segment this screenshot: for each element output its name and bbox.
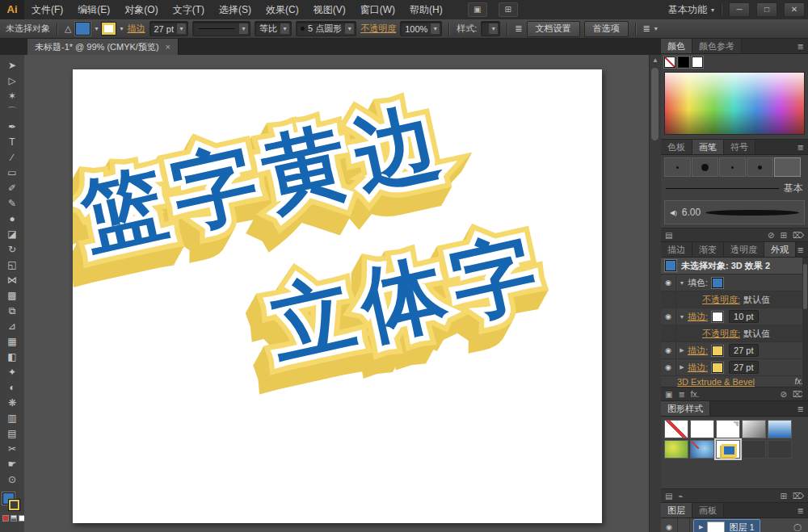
menu-item[interactable]: 文字(T) xyxy=(166,0,212,19)
layer-selection[interactable]: ▶ 图层 1 xyxy=(693,519,760,532)
perspective-grid-tool[interactable]: ⊿ xyxy=(1,319,23,334)
visibility-eye-icon[interactable]: ◉ xyxy=(661,274,676,291)
expand-closed-icon[interactable]: ▶ xyxy=(699,524,703,530)
zoom-tool[interactable]: ⊙ xyxy=(1,472,23,488)
clear-appearance-icon[interactable]: ⊘ xyxy=(780,390,786,399)
graphic-style-blue-art[interactable] xyxy=(690,440,714,459)
expand-open-icon[interactable]: ▼ xyxy=(676,280,688,286)
visibility-eye-slot[interactable]: . xyxy=(661,325,676,341)
stroke-weight-value[interactable]: 27 pt xyxy=(729,344,758,357)
style-libraries-icon[interactable]: ▤ xyxy=(665,492,672,501)
document-tab[interactable]: 未标题-1* @ 99% (CMYK/预览) × xyxy=(27,39,179,55)
tab-swatches[interactable]: 色板 xyxy=(661,140,692,154)
stroke-weight-value[interactable]: 27 pt xyxy=(729,361,758,374)
width-tool[interactable]: ⋈ xyxy=(1,273,23,288)
gradient-mode-button[interactable] xyxy=(11,515,17,522)
visibility-eye-icon[interactable]: ◉ xyxy=(661,359,676,375)
brush-1pt[interactable] xyxy=(664,157,691,177)
close-button[interactable]: ✕ xyxy=(784,2,805,17)
new-art-icon[interactable]: ▣ xyxy=(665,390,672,399)
opacity-link[interactable]: 不透明度: xyxy=(702,294,740,306)
delete-brush-icon[interactable]: ⌦ xyxy=(793,231,804,240)
vertical-scrollbar[interactable]: ▲ xyxy=(649,55,661,532)
layer-row[interactable]: ◉ ▶ 图层 1 ◯ xyxy=(661,518,808,532)
tab-layers[interactable]: 图层 xyxy=(661,503,692,517)
blend-tool[interactable]: ◐ xyxy=(1,380,23,396)
artboard-tool[interactable]: ▤ xyxy=(1,426,23,442)
stroke-row-link[interactable]: 描边: xyxy=(688,345,708,357)
tab-gradient[interactable]: 渐变 xyxy=(692,242,724,257)
menu-item[interactable]: 对象(O) xyxy=(117,0,165,19)
white-swatch[interactable] xyxy=(692,57,703,68)
graphic-style-gray-gradient[interactable] xyxy=(742,420,766,438)
delete-style-icon[interactable]: ⌦ xyxy=(793,492,804,501)
app-logo[interactable]: Ai xyxy=(0,0,24,19)
magic-wand-tool[interactable]: ✶ xyxy=(1,89,23,104)
layer-lock-slot[interactable] xyxy=(678,518,690,532)
slice-tool[interactable]: ✂ xyxy=(1,442,23,457)
tab-artboards[interactable]: 画板 xyxy=(692,503,724,517)
appearance-row-stroke-27pt-b[interactable]: ◉ ▶ 描边: 27 pt xyxy=(661,359,808,376)
menu-item[interactable]: 编辑(E) xyxy=(70,0,117,19)
opacity-panel-link[interactable]: 不透明度 xyxy=(360,23,396,35)
paintbrush-tool[interactable]: ✐ xyxy=(1,181,23,196)
chevron-down-icon[interactable]: ▾ xyxy=(95,25,98,32)
eyedropper-tool[interactable]: ✦ xyxy=(1,365,23,380)
graphic-style-none[interactable] xyxy=(664,420,688,438)
brush-selected[interactable] xyxy=(774,157,801,177)
type-tool[interactable]: T xyxy=(1,135,23,150)
stroke-panel-link[interactable]: 描边 xyxy=(128,23,145,35)
fill-row-swatch[interactable] xyxy=(712,278,723,288)
fill-color-swatch[interactable] xyxy=(75,22,90,36)
hand-tool[interactable]: ☛ xyxy=(1,457,23,472)
stroke-weight-select[interactable]: 27 pt ▾ xyxy=(149,21,188,36)
new-style-icon[interactable]: ⊞ xyxy=(780,492,786,501)
color-spectrum[interactable] xyxy=(664,72,805,135)
selection-tool[interactable]: ➤ xyxy=(1,58,23,73)
scrollbar-thumb[interactable] xyxy=(651,68,659,140)
direct-selection-tool[interactable]: ▷ xyxy=(1,73,23,89)
color-mode-button[interactable] xyxy=(2,515,9,522)
appearance-scrollbar[interactable] xyxy=(802,258,808,400)
brush-libraries-icon[interactable]: ▤ xyxy=(665,231,672,240)
basic-appearance-icon[interactable]: △ xyxy=(65,23,71,34)
artwork-3d-text[interactable]: 篮字黄边篮字黄边篮字黄边篮字黄边篮字黄边篮字黄边篮字黄边篮字黄边篮字黄边篮字黄边… xyxy=(74,140,281,408)
brush-definition-select[interactable]: 5 点圆形 ▾ xyxy=(296,21,356,36)
line-segment-tool[interactable]: ∕ xyxy=(1,150,23,165)
eraser-tool[interactable]: ◪ xyxy=(1,227,23,242)
stroke-row-swatch[interactable] xyxy=(712,362,723,373)
tab-symbols[interactable]: 符号 xyxy=(724,140,755,154)
graphic-style-style-3d[interactable] xyxy=(716,440,740,459)
duplicate-icon[interactable]: ≣ xyxy=(678,390,684,399)
scale-tool[interactable]: ◱ xyxy=(1,258,23,273)
chevron-down-icon[interactable]: ▾ xyxy=(120,25,123,32)
style-select[interactable]: ▾ xyxy=(481,21,500,36)
basic-brush-row[interactable]: 基本 xyxy=(661,178,808,199)
panel-menu-icon[interactable]: ≣ xyxy=(797,404,808,413)
opacity-link[interactable]: 不透明度: xyxy=(702,328,740,340)
tab-graphic-styles[interactable]: 图形样式 xyxy=(661,401,710,416)
graphic-style-empty[interactable] xyxy=(742,440,766,459)
appearance-row-stroke-27pt-a[interactable]: ◉ ▶ 描边: 27 pt xyxy=(661,342,808,359)
stroke-row-swatch[interactable] xyxy=(712,346,723,356)
stroke-weight-value[interactable]: 10 pt xyxy=(729,310,758,323)
document-layout-icon[interactable]: ⊞ xyxy=(499,2,518,17)
tab-transparency[interactable]: 透明度 xyxy=(724,242,764,257)
panel-menu-icon[interactable]: ≣ xyxy=(797,245,808,254)
blob-brush-tool[interactable]: ● xyxy=(1,212,23,227)
layer-visibility-eye-icon[interactable]: ◉ xyxy=(661,518,678,532)
lasso-tool[interactable]: ⌒ xyxy=(1,104,23,119)
layer-target-icon[interactable]: ◯ xyxy=(793,523,802,531)
visibility-eye-icon[interactable]: ◉ xyxy=(661,342,676,358)
visibility-eye-icon[interactable]: ◉ xyxy=(661,308,676,325)
graphic-style-blue-gradient[interactable] xyxy=(768,420,792,438)
menu-item[interactable]: 选择(S) xyxy=(212,0,259,19)
panel-menu-icon[interactable]: ≣ xyxy=(797,42,808,51)
pencil-tool[interactable]: ✎ xyxy=(1,196,23,212)
tab-color[interactable]: 颜色 xyxy=(661,39,692,53)
layer-thumbnail[interactable] xyxy=(707,522,725,532)
symbol-sprayer-tool[interactable]: ❋ xyxy=(1,396,23,411)
appearance-row-opacity-1[interactable]: . 不透明度: 默认值 xyxy=(661,291,808,308)
menu-item[interactable]: 效果(C) xyxy=(259,0,306,19)
graphic-style-empty[interactable] xyxy=(768,440,792,459)
